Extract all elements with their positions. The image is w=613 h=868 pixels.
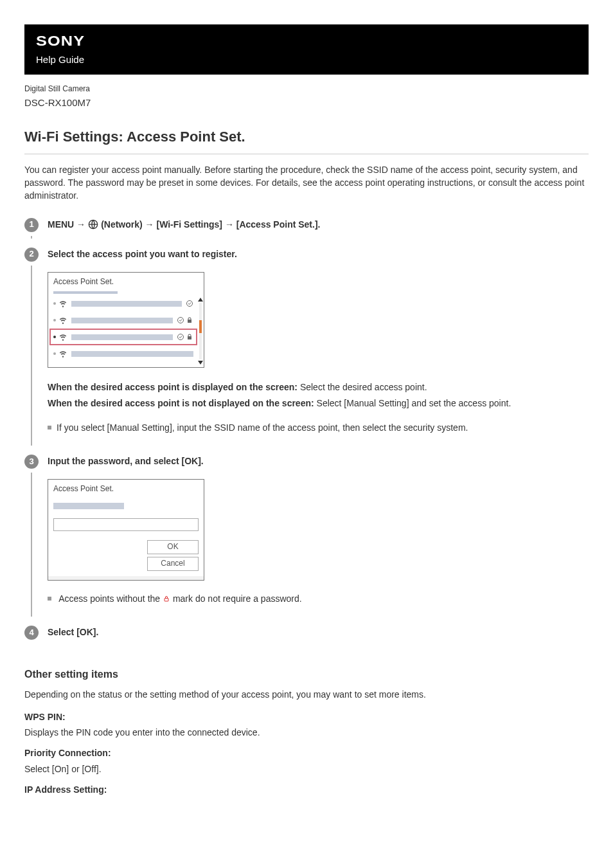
wps-pin-term: WPS PIN:: [24, 710, 589, 723]
screenshot-title: Access Point Set.: [48, 480, 204, 494]
wifi-icon: [58, 349, 67, 358]
ok-button-illustration: OK: [147, 540, 199, 554]
other-settings-heading: Other setting items: [24, 667, 589, 682]
step-1-instruction: MENU → (Network) → [Wi-Fi Settings] → [A…: [48, 218, 589, 231]
list-item-selected: [49, 329, 197, 345]
step-2-heading: Select the access point you want to regi…: [48, 248, 589, 260]
header-banner: SONY Help Guide: [24, 24, 589, 75]
list-item: [51, 312, 196, 329]
step-badge: 3: [24, 455, 39, 469]
step-2-cases: When the desired access point is display…: [48, 381, 589, 410]
step-3-heading: Input the password, and select [OK].: [48, 455, 589, 467]
svg-point-4: [178, 334, 184, 340]
list-item: [51, 295, 196, 312]
intro-text: You can register your access point manua…: [24, 163, 589, 203]
step-4: 4 Select [OK].: [24, 626, 589, 640]
step-2: 2 Select the access point you want to re…: [24, 248, 589, 440]
wifi-icon: [58, 316, 67, 325]
step-badge: 1: [24, 218, 39, 232]
svg-point-2: [187, 301, 193, 307]
cancel-button-illustration: Cancel: [147, 557, 199, 571]
page-title: Wi-Fi Settings: Access Point Set.: [24, 127, 589, 147]
lock-icon: [163, 594, 170, 603]
lock-icon: [186, 333, 193, 341]
screenshot-access-point-list: Access Point Set.: [48, 272, 204, 368]
product-line: Digital Still Camera: [24, 84, 589, 95]
help-guide-label: Help Guide: [36, 53, 577, 67]
list-item: [51, 345, 196, 362]
arrow-up-icon: [198, 298, 203, 302]
step-badge: 4: [24, 626, 39, 640]
ip-address-setting-term: IP Address Setting:: [24, 783, 589, 796]
other-settings-intro: Depending on the status or the setting m…: [24, 688, 589, 701]
brand-logo: SONY: [36, 31, 85, 51]
step-badge: 2: [24, 248, 39, 262]
scrollbar: [199, 295, 204, 367]
svg-rect-5: [164, 598, 168, 601]
wifi-icon: [58, 299, 67, 308]
divider: [24, 154, 589, 154]
screenshot-title: Access Point Set.: [48, 273, 204, 287]
check-icon: [186, 300, 193, 307]
step-1: 1 MENU → (Network) → [Wi-Fi Settings] → …: [24, 218, 589, 232]
check-icon: [177, 333, 184, 341]
step-3: 3 Input the password, and select [OK]. A…: [24, 455, 589, 610]
priority-connection-desc: Select [On] or [Off].: [24, 763, 589, 775]
password-field: [53, 518, 199, 531]
arrow-down-icon: [198, 361, 203, 365]
wps-pin-desc: Displays the PIN code you enter into the…: [24, 726, 589, 739]
model-number: DSC-RX100M7: [24, 96, 589, 110]
check-icon: [177, 316, 184, 324]
svg-point-3: [178, 318, 184, 323]
priority-connection-term: Priority Connection:: [24, 746, 589, 759]
step-4-heading: Select [OK].: [48, 626, 589, 638]
wifi-icon: [58, 332, 67, 341]
other-settings-list: WPS PIN: Displays the PIN code you enter…: [24, 710, 589, 796]
lock-icon: [186, 316, 193, 324]
page: SONY Help Guide Digital Still Camera DSC…: [0, 0, 613, 818]
step-3-bullet: Access points without the mark do not re…: [48, 592, 589, 605]
screenshot-password-entry: Access Point Set. OK Cancel: [48, 479, 204, 580]
step-2-bullet: If you select [Manual Setting], input th…: [48, 421, 589, 434]
network-icon: [88, 219, 98, 230]
